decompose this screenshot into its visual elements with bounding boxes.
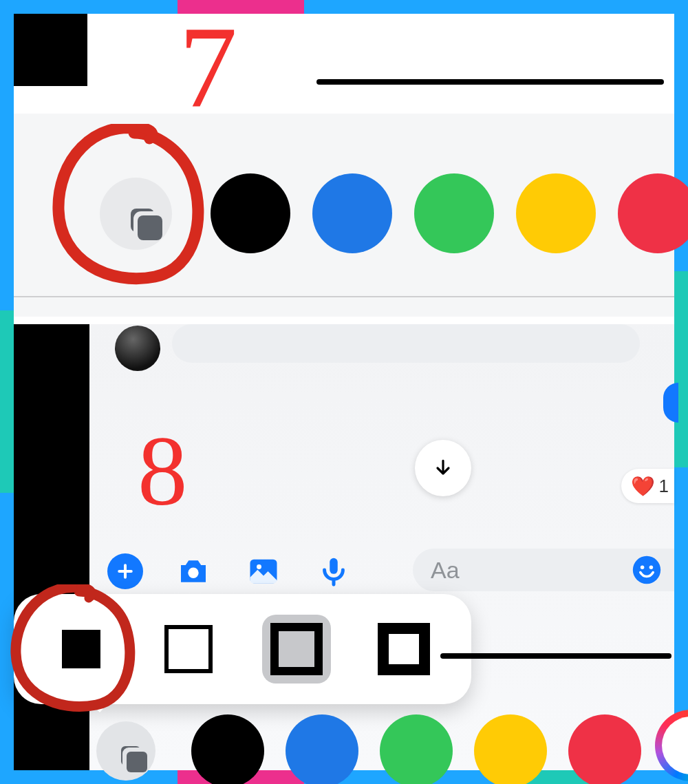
markup-line-sample	[316, 79, 664, 85]
reaction-count: 1	[659, 476, 669, 497]
camera-button[interactable]	[173, 551, 213, 591]
step-number-8: 8	[138, 414, 188, 528]
panel7-divider	[14, 296, 674, 297]
panel-step-8: 8 ❤️ 1	[89, 324, 674, 770]
color-swatch-red[interactable]	[618, 173, 688, 253]
color-swatch-blue[interactable]	[312, 173, 392, 253]
message-input[interactable]: Aa	[413, 549, 674, 591]
shape-option-outline-thick[interactable]	[369, 615, 438, 684]
camera-icon	[175, 553, 212, 590]
svg-rect-3	[330, 558, 338, 574]
incoming-message-bubble	[172, 324, 640, 363]
contact-avatar[interactable]	[115, 326, 160, 371]
heart-icon: ❤️	[631, 475, 655, 498]
scroll-to-bottom-button[interactable]	[415, 440, 471, 496]
annotation-circle-step7	[52, 124, 206, 286]
color-swatch-yellow-b[interactable]	[474, 714, 547, 784]
annotated-screenshot: 7 8	[0, 0, 688, 784]
color-swatch-green-b[interactable]	[380, 714, 453, 784]
color-swatch-red-b[interactable]	[568, 714, 641, 784]
compose-toolbar	[107, 551, 354, 591]
border-left-teal	[0, 310, 14, 493]
markup-line-sample-b	[440, 653, 671, 659]
panel7-sidebar-fragment	[14, 14, 87, 86]
smile-icon[interactable]	[632, 555, 662, 585]
voice-button[interactable]	[314, 551, 354, 591]
gallery-button[interactable]	[244, 551, 283, 591]
color-swatch-green[interactable]	[414, 173, 494, 253]
svg-point-5	[641, 566, 645, 570]
send-button-peek[interactable]	[663, 383, 678, 423]
panel-step-7: 7	[14, 14, 674, 317]
shape-tool-button-b[interactable]	[96, 721, 155, 781]
panel7-chat-preview	[14, 14, 674, 114]
shape-option-outline-medium[interactable]	[262, 615, 331, 684]
annotation-circle-step8	[10, 584, 138, 712]
message-input-placeholder: Aa	[431, 557, 460, 584]
shape-option-outline-thin[interactable]	[154, 615, 223, 684]
border-right-teal	[674, 271, 688, 467]
content-area: 7 8	[14, 14, 674, 770]
svg-point-4	[633, 556, 660, 584]
svg-point-0	[188, 568, 198, 578]
svg-point-6	[649, 566, 654, 570]
svg-point-2	[257, 564, 261, 569]
color-swatch-blue-b[interactable]	[286, 714, 358, 784]
message-reaction-pill[interactable]: ❤️ 1	[621, 469, 674, 503]
step-number-7: 7	[179, 0, 237, 134]
color-swatch-yellow[interactable]	[516, 173, 596, 253]
image-icon	[246, 553, 281, 589]
arrow-down-icon	[432, 457, 454, 479]
color-wheel-button[interactable]	[655, 710, 688, 781]
plus-icon	[115, 561, 136, 582]
microphone-icon	[318, 555, 350, 587]
color-swatch-black-b[interactable]	[191, 714, 264, 784]
color-swatch-black[interactable]	[211, 173, 290, 253]
